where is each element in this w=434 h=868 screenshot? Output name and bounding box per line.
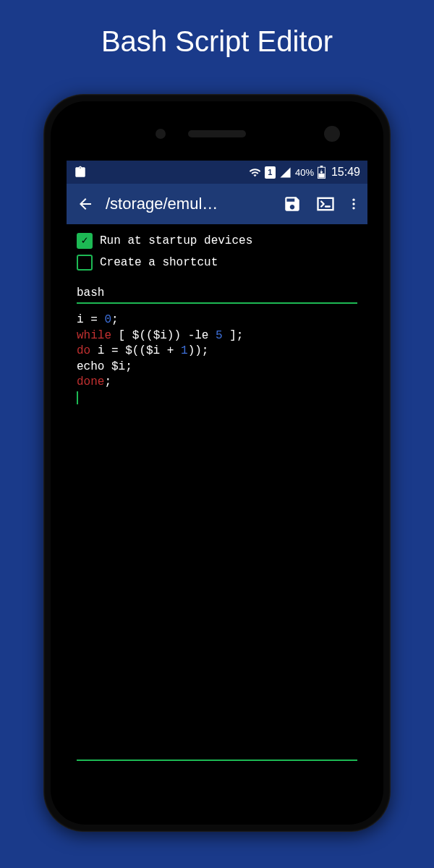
svg-rect-1 xyxy=(320,166,323,167)
clipboard-icon xyxy=(74,166,87,179)
back-button[interactable] xyxy=(72,191,98,217)
create-shortcut-checkbox[interactable] xyxy=(77,255,93,271)
battery-text: 40% xyxy=(295,167,314,178)
editor-content: Run at startup devices Create a shortcut… xyxy=(67,224,367,765)
phone-screen: 1 40% 15:49 /storage/emul… xyxy=(67,161,367,765)
svg-point-6 xyxy=(352,207,354,209)
app-bar: /storage/emul… xyxy=(67,184,367,224)
svg-rect-3 xyxy=(318,198,333,210)
save-button[interactable] xyxy=(279,191,305,217)
status-bar: 1 40% 15:49 xyxy=(67,161,367,184)
create-shortcut-row[interactable]: Create a shortcut xyxy=(77,252,357,273)
file-path-title: /storage/emul… xyxy=(106,195,218,213)
text-cursor xyxy=(77,391,78,404)
battery-icon xyxy=(318,166,326,179)
run-at-startup-row[interactable]: Run at startup devices xyxy=(77,230,357,252)
svg-point-4 xyxy=(352,199,354,201)
clock: 15:49 xyxy=(331,166,360,179)
create-shortcut-label: Create a shortcut xyxy=(100,256,218,269)
run-terminal-button[interactable] xyxy=(312,191,339,217)
sim-icon: 1 xyxy=(265,166,276,179)
language-input[interactable]: bash xyxy=(77,286,357,304)
run-at-startup-label: Run at startup devices xyxy=(100,234,252,247)
signal-icon xyxy=(279,166,292,179)
phone-camera xyxy=(324,126,340,142)
overflow-menu-button[interactable] xyxy=(346,191,362,217)
phone-frame: 1 40% 15:49 /storage/emul… xyxy=(43,94,391,832)
phone-speaker xyxy=(188,130,246,137)
wifi-icon xyxy=(249,166,261,179)
phone-sensor xyxy=(156,129,166,139)
script-editor[interactable]: i = 0; while [ $(($i)) -le 5 ]; do i = $… xyxy=(77,312,357,761)
run-at-startup-checkbox[interactable] xyxy=(77,233,93,249)
svg-point-5 xyxy=(352,203,354,205)
page-title: Bash Script Editor xyxy=(0,0,434,76)
